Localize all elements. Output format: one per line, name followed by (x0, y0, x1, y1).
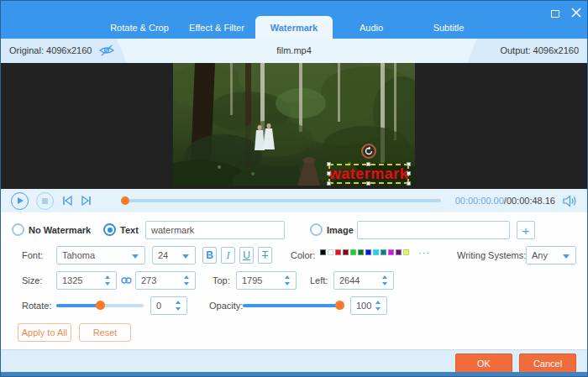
tab-watermark[interactable]: Watermark (255, 16, 333, 39)
bold-button[interactable]: B (202, 247, 217, 264)
chevron-down-icon (132, 254, 139, 259)
opacity-value: 100 (356, 301, 371, 311)
maximize-button[interactable] (549, 7, 562, 20)
color-swatch-green[interactable] (350, 249, 356, 255)
top-spinner[interactable]: 1795 (236, 271, 297, 290)
spin-up-icon[interactable] (105, 275, 110, 279)
spin-down-icon[interactable] (285, 282, 290, 285)
resize-handle-bottom-center[interactable] (366, 181, 370, 186)
resize-handle-top-right[interactable] (407, 162, 411, 166)
apply-to-all-button[interactable]: Apply to All (18, 323, 71, 342)
resize-handle-top-left[interactable] (327, 162, 331, 166)
resize-handle-bottom-right[interactable] (407, 181, 411, 186)
opacity-slider-handle[interactable] (335, 301, 344, 310)
spin-up-icon[interactable] (176, 301, 181, 304)
seek-handle[interactable] (121, 196, 129, 205)
seek-bar[interactable] (122, 199, 441, 202)
previous-frame-button[interactable] (61, 195, 73, 207)
italic-button[interactable]: I (221, 247, 235, 264)
opacity-spinner[interactable]: 100 (350, 296, 387, 315)
image-watermark-radio[interactable] (310, 223, 323, 236)
color-swatch-white[interactable] (328, 249, 333, 255)
tab-effect-filter[interactable]: Effect & Filter (178, 16, 255, 39)
spin-down-icon[interactable] (184, 282, 189, 285)
writing-systems-label: Writing Systems: (457, 250, 526, 260)
video-frame: watermark (173, 63, 415, 186)
add-image-button[interactable]: + (517, 221, 535, 239)
color-label: Color: (291, 250, 315, 260)
window-bottom-strip (1, 372, 587, 377)
more-colors-button[interactable]: ··· (418, 248, 430, 258)
player-bar: 00:00:00.00/00:00:48.16 (1, 189, 587, 212)
eye-off-icon[interactable] (98, 44, 115, 57)
font-family-dropdown[interactable]: Tahoma (56, 246, 145, 264)
color-swatch-dark-red[interactable] (343, 249, 349, 255)
play-button[interactable] (11, 192, 29, 210)
link-dimensions-icon[interactable] (121, 275, 132, 285)
color-swatch-dark-green[interactable] (358, 249, 364, 255)
tab-subtitle[interactable]: Subtitle (410, 16, 487, 39)
resize-handle-bottom-left[interactable] (327, 181, 331, 186)
underline-button[interactable]: U (239, 247, 254, 264)
cancel-button[interactable]: Cancel (519, 353, 576, 373)
title-bar: Rotate & Crop Effect & Filter Watermark … (1, 1, 587, 39)
font-size-value: 24 (158, 250, 168, 260)
stop-icon (42, 198, 48, 204)
maximize-icon (551, 10, 559, 18)
rotate-arrow-icon (364, 146, 374, 156)
top-label: Top: (213, 275, 230, 285)
stop-button[interactable] (36, 192, 54, 210)
font-size-dropdown[interactable]: 24 (152, 246, 196, 264)
ok-button[interactable]: OK (455, 353, 512, 373)
font-family-value: Tahoma (62, 250, 95, 260)
color-swatch-cyan[interactable] (373, 249, 379, 255)
reset-button[interactable]: Reset (79, 323, 131, 342)
spin-up-icon[interactable] (285, 275, 290, 279)
color-swatch-magenta[interactable] (388, 249, 394, 255)
color-swatch-blue[interactable] (365, 249, 371, 255)
color-swatch-row (320, 249, 409, 255)
color-swatch-red[interactable] (335, 249, 341, 255)
tab-audio[interactable]: Audio (333, 16, 410, 39)
opacity-slider[interactable] (243, 304, 344, 307)
tab-rotate-crop[interactable]: Rotate & Crop (101, 16, 178, 39)
spin-down-icon[interactable] (176, 307, 181, 311)
size-height-spinner[interactable]: 273 (135, 271, 196, 290)
text-watermark-label: Text (120, 225, 139, 235)
current-time: 00:00:00.00 (455, 196, 504, 206)
color-swatch-yellow[interactable] (403, 249, 409, 255)
spin-down-icon[interactable] (382, 282, 387, 285)
spin-down-icon[interactable] (375, 307, 381, 311)
spin-up-icon[interactable] (382, 275, 387, 279)
writing-systems-dropdown[interactable]: Any (526, 246, 576, 264)
resize-handle-mid-right[interactable] (407, 171, 411, 175)
watermark-overlay-text: watermark (329, 166, 409, 181)
text-watermark-radio[interactable] (103, 223, 116, 236)
strikethrough-button[interactable]: T (258, 247, 272, 264)
volume-button[interactable] (563, 195, 577, 207)
color-swatch-black[interactable] (320, 249, 326, 255)
watermark-selection-box[interactable]: watermark (328, 164, 409, 184)
resize-handle-top-center[interactable] (366, 162, 370, 166)
rotate-slider[interactable] (56, 304, 144, 307)
next-frame-button[interactable] (81, 195, 92, 207)
spin-up-icon[interactable] (375, 301, 381, 304)
rotate-slider-handle[interactable] (96, 301, 105, 310)
spin-down-icon[interactable] (105, 282, 110, 285)
left-label: Left: (310, 275, 328, 285)
rotate-spinner[interactable]: 0 (150, 296, 187, 315)
left-spinner[interactable]: 2644 (333, 271, 394, 290)
color-swatch-purple[interactable] (396, 249, 402, 255)
rotate-handle[interactable] (361, 144, 376, 159)
no-watermark-radio[interactable] (12, 223, 24, 236)
close-button[interactable] (569, 5, 584, 20)
watermark-settings-panel: No Watermark Text Image + Font: Tahoma 2… (1, 212, 587, 349)
watermark-image-input[interactable] (357, 221, 510, 239)
file-name: film.mp4 (276, 45, 312, 55)
size-height-value: 273 (141, 275, 156, 285)
color-swatch-teal[interactable] (381, 249, 386, 255)
size-width-spinner[interactable]: 1325 (56, 271, 117, 290)
spin-up-icon[interactable] (184, 275, 189, 279)
resize-handle-mid-left[interactable] (327, 171, 331, 175)
watermark-text-input[interactable] (145, 221, 285, 239)
